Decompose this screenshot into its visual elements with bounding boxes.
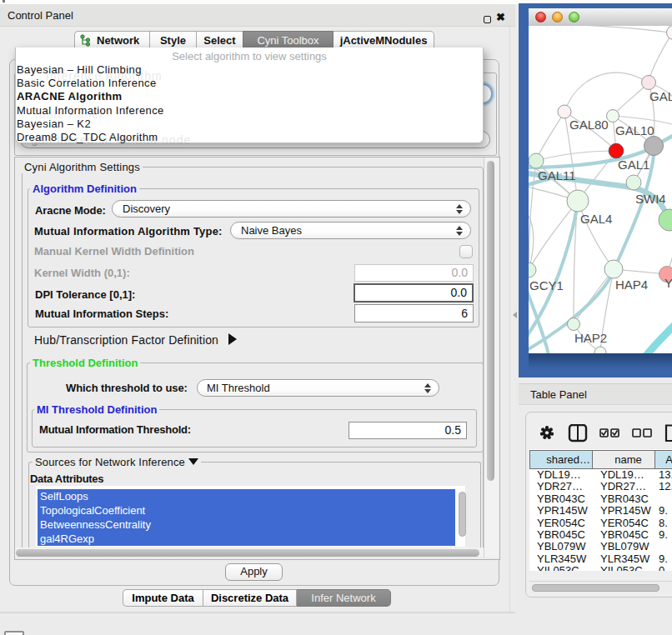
svg-text:GAL80: GAL80 xyxy=(569,118,609,132)
svg-text:HAP2: HAP2 xyxy=(574,331,607,345)
svg-text:GAL10: GAL10 xyxy=(615,123,654,138)
svg-text:Y: Y xyxy=(664,276,672,290)
svg-text:SWI4: SWI4 xyxy=(635,192,666,206)
svg-text:GAL1: GAL1 xyxy=(618,158,649,172)
svg-text:GAL7: GAL7 xyxy=(649,89,672,103)
svg-text:GAL4: GAL4 xyxy=(580,212,612,226)
svg-text:HAP4: HAP4 xyxy=(615,278,648,292)
svg-text:GCY1: GCY1 xyxy=(529,278,564,292)
svg-text:GAL11: GAL11 xyxy=(538,168,576,182)
